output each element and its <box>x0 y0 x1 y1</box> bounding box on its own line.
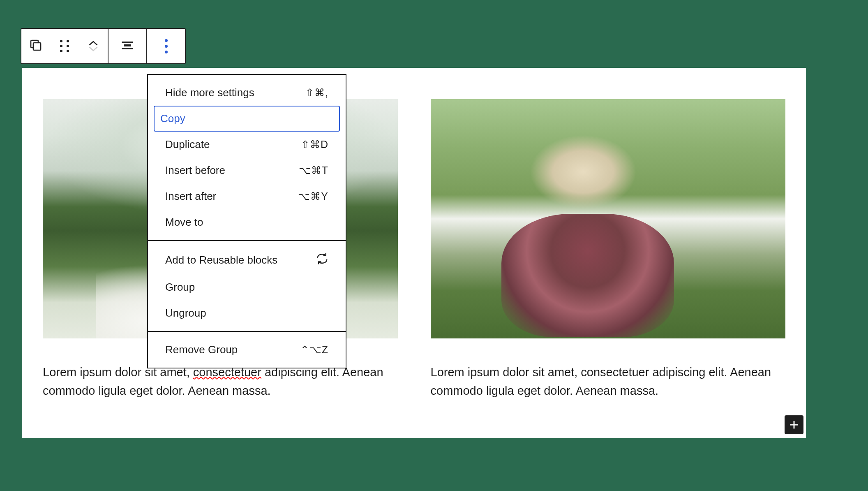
menu-shortcut: ⌃⌥Z <box>300 344 328 356</box>
block-type-icon[interactable] <box>21 29 50 63</box>
move-up-button[interactable] <box>89 41 98 46</box>
block-toolbar <box>21 28 186 64</box>
align-button[interactable] <box>108 29 146 63</box>
block-options-dropdown: Hide more settings ⇧⌘, Copy Duplicate ⇧⌘… <box>147 74 346 368</box>
drag-icon <box>60 40 69 52</box>
menu-label: Add to Reusable blocks <box>165 254 277 266</box>
group-block-icon <box>28 38 43 54</box>
dropdown-section-3: Remove Group ⌃⌥Z <box>148 332 346 368</box>
svg-rect-1 <box>33 43 41 50</box>
more-vertical-icon <box>165 39 168 53</box>
paragraph-left[interactable]: Lorem ipsum dolor sit amet, consectetuer… <box>43 363 398 400</box>
image-farmer[interactable] <box>431 99 786 338</box>
more-options-button[interactable] <box>147 29 185 63</box>
toolbar-section-align <box>108 29 147 63</box>
drag-handle[interactable] <box>50 29 79 63</box>
move-buttons <box>79 29 108 63</box>
toolbar-section-block <box>21 29 108 63</box>
column-right[interactable]: Lorem ipsum dolor sit amet, consectetuer… <box>431 99 786 400</box>
menu-label: Move to <box>165 216 203 229</box>
plus-icon <box>788 419 800 431</box>
menu-label: Group <box>165 281 195 294</box>
menu-shortcut: ⇧⌘D <box>301 139 328 151</box>
toolbar-section-more <box>147 29 185 63</box>
move-down-button[interactable] <box>89 46 98 51</box>
add-block-button[interactable] <box>785 415 803 434</box>
menu-group[interactable]: Group <box>154 274 340 300</box>
menu-insert-before[interactable]: Insert before ⌥⌘T <box>154 157 340 183</box>
menu-duplicate[interactable]: Duplicate ⇧⌘D <box>154 132 340 157</box>
paragraph-right[interactable]: Lorem ipsum dolor sit amet, consectetuer… <box>431 363 786 400</box>
menu-shortcut: ⌥⌘Y <box>298 190 328 202</box>
menu-remove-group[interactable]: Remove Group ⌃⌥Z <box>154 337 340 363</box>
svg-rect-3 <box>124 44 131 46</box>
menu-ungroup[interactable]: Ungroup <box>154 300 340 326</box>
menu-label: Ungroup <box>165 307 206 320</box>
menu-shortcut: ⌥⌘T <box>299 164 328 176</box>
menu-hide-more-settings[interactable]: Hide more settings ⇧⌘, <box>154 80 340 106</box>
reusable-icon <box>316 252 328 268</box>
menu-move-to[interactable]: Move to <box>154 209 340 235</box>
menu-label: Remove Group <box>165 343 238 356</box>
menu-copy[interactable]: Copy <box>154 106 340 132</box>
menu-label: Insert before <box>165 164 225 177</box>
menu-shortcut: ⇧⌘, <box>305 87 328 99</box>
align-wide-icon <box>120 38 135 54</box>
menu-label: Copy <box>160 112 185 125</box>
menu-add-reusable[interactable]: Add to Reusable blocks <box>154 246 340 274</box>
editor-canvas: Lorem ipsum dolor sit amet, consectetuer… <box>22 68 806 438</box>
dropdown-section-1: Hide more settings ⇧⌘, Copy Duplicate ⇧⌘… <box>148 75 346 241</box>
svg-rect-4 <box>122 48 133 49</box>
menu-label: Insert after <box>165 190 216 203</box>
menu-insert-after[interactable]: Insert after ⌥⌘Y <box>154 183 340 209</box>
dropdown-section-2: Add to Reusable blocks Group Ungroup <box>148 241 346 332</box>
menu-label: Hide more settings <box>165 86 254 99</box>
svg-rect-2 <box>122 42 133 43</box>
columns-block: Lorem ipsum dolor sit amet, consectetuer… <box>22 68 806 400</box>
menu-label: Duplicate <box>165 138 210 151</box>
